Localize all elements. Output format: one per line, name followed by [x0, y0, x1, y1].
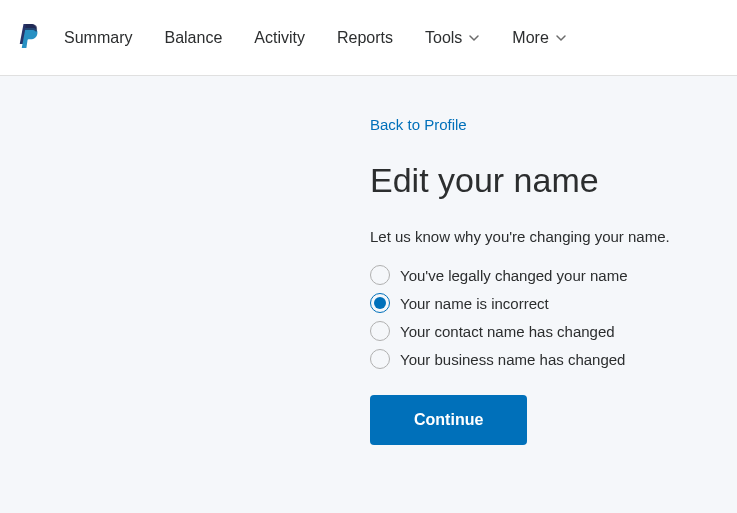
- page-subtitle: Let us know why you're changing your nam…: [370, 228, 737, 245]
- nav-balance[interactable]: Balance: [164, 29, 222, 47]
- nav-tools[interactable]: Tools: [425, 29, 480, 47]
- radio-dot-icon: [374, 297, 386, 309]
- chevron-down-icon: [468, 32, 480, 44]
- chevron-down-icon: [555, 32, 567, 44]
- nav-summary[interactable]: Summary: [64, 29, 132, 47]
- nav-activity[interactable]: Activity: [254, 29, 305, 47]
- nav-label: Balance: [164, 29, 222, 47]
- radio-label: Your contact name has changed: [400, 323, 615, 340]
- name-change-reason-group: You've legally changed your name Your na…: [370, 263, 737, 371]
- nav-label: More: [512, 29, 548, 47]
- main-content: Back to Profile Edit your name Let us kn…: [370, 76, 737, 445]
- nav-items: Summary Balance Activity Reports Tools M…: [64, 29, 567, 47]
- radio-contact-changed[interactable]: Your contact name has changed: [370, 319, 737, 343]
- nav-label: Summary: [64, 29, 132, 47]
- nav-reports[interactable]: Reports: [337, 29, 393, 47]
- radio-label: Your business name has changed: [400, 351, 625, 368]
- nav-label: Reports: [337, 29, 393, 47]
- radio-name-incorrect[interactable]: Your name is incorrect: [370, 291, 737, 315]
- radio-icon: [370, 321, 390, 341]
- paypal-logo-icon[interactable]: [16, 22, 40, 54]
- nav-label: Activity: [254, 29, 305, 47]
- continue-button[interactable]: Continue: [370, 395, 527, 445]
- radio-legally-changed[interactable]: You've legally changed your name: [370, 263, 737, 287]
- radio-icon: [370, 349, 390, 369]
- radio-business-changed[interactable]: Your business name has changed: [370, 347, 737, 371]
- nav-label: Tools: [425, 29, 462, 47]
- page-title: Edit your name: [370, 161, 737, 200]
- radio-label: You've legally changed your name: [400, 267, 627, 284]
- radio-icon: [370, 265, 390, 285]
- back-to-profile-link[interactable]: Back to Profile: [370, 116, 737, 133]
- top-nav: Summary Balance Activity Reports Tools M…: [0, 0, 737, 76]
- radio-label: Your name is incorrect: [400, 295, 549, 312]
- nav-more[interactable]: More: [512, 29, 566, 47]
- radio-icon: [370, 293, 390, 313]
